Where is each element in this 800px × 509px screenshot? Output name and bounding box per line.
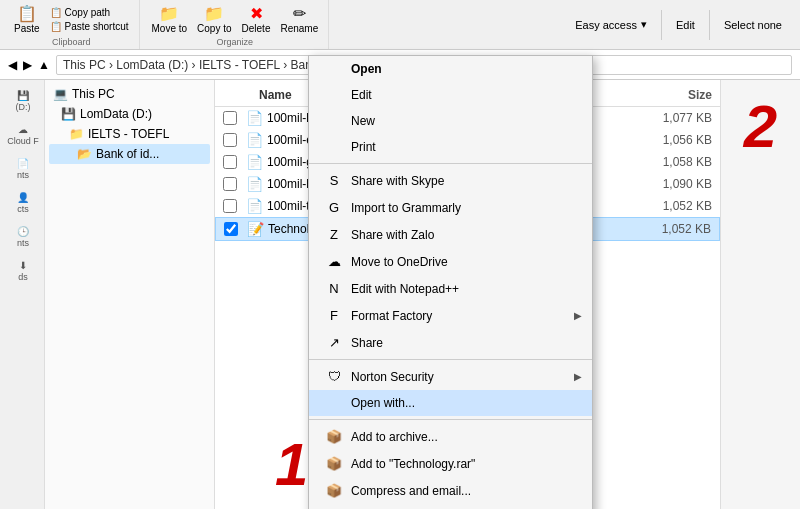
sidebar-item-lomdata[interactable]: 💾 LomData (D:) [49, 104, 210, 124]
ctx-submenu-arrow-icon: ▶ [574, 310, 582, 321]
file-checkbox[interactable] [223, 177, 237, 191]
file-checkbox[interactable] [223, 155, 237, 169]
paste-icon: 📋 [17, 4, 37, 23]
organize-section: 📁 Move to 📁 Copy to ✖ Delete ✏ Rename Or… [142, 0, 330, 49]
delete-button[interactable]: ✖ Delete [238, 2, 275, 36]
context-menu-item-edit-notepad[interactable]: NEdit with Notepad++ [309, 275, 592, 302]
paste-shortcut-button[interactable]: 📋 Paste shortcut [46, 20, 133, 33]
sidebar-item-thispc[interactable]: 💻 This PC [49, 84, 210, 104]
right-panel: 2 [720, 80, 800, 509]
ctx-item-icon: 🛡 [325, 369, 343, 384]
context-menu-item-share-zalo[interactable]: ZShare with Zalo [309, 221, 592, 248]
ctx-item-label: Open [351, 62, 382, 76]
easy-access-arrow-icon: ▾ [641, 18, 647, 31]
folder-open-icon: 📂 [77, 147, 92, 161]
copy-to-icon: 📁 [204, 4, 224, 23]
ctx-item-icon: S [325, 173, 343, 188]
file-checkbox[interactable] [223, 133, 237, 147]
file-type-icon: 📄 [245, 110, 263, 126]
rename-icon: ✏ [293, 4, 306, 23]
ctx-item-label: Import to Grammarly [351, 201, 461, 215]
organize-label: Organize [217, 37, 254, 47]
ctx-item-label: Print [351, 140, 376, 154]
left-nav: 💾(D:) ☁Cloud F 📄nts 👤cts 🕒nts ⬇ds [0, 80, 45, 509]
sidebar-item-bank[interactable]: 📂 Bank of id... [49, 144, 210, 164]
context-menu-item-compress-rar-email[interactable]: 📦Compress to "Technology.rar" and email [309, 504, 592, 509]
easy-access-button[interactable]: Easy access ▾ [569, 16, 653, 33]
context-menu-item-format-factory[interactable]: FFormat Factory▶ [309, 302, 592, 329]
annotation-1: 1 [275, 430, 308, 499]
paste-button[interactable]: 📋 Paste [10, 2, 44, 36]
select-none-button[interactable]: Select none [718, 17, 788, 33]
file-type-icon: 📄 [245, 176, 263, 192]
paste-shortcut-icon: 📋 [50, 21, 62, 32]
nav-item-docs[interactable]: 📄nts [0, 152, 44, 186]
ctx-item-icon: 📦 [325, 483, 343, 498]
nav-item-cloud[interactable]: ☁Cloud F [0, 118, 44, 152]
move-to-button[interactable]: 📁 Move to [148, 2, 192, 36]
forward-icon[interactable]: ▶ [23, 58, 32, 72]
file-size-label: 1,077 KB [632, 111, 712, 125]
context-menu-item-edit[interactable]: Edit [309, 82, 592, 108]
folder-icon: 📁 [69, 127, 84, 141]
context-menu-item-norton[interactable]: 🛡Norton Security▶ [309, 363, 592, 390]
ctx-item-icon: N [325, 281, 343, 296]
paste-section: 📋 Paste 📋 Copy path 📋 Paste shortcut Cli… [4, 0, 140, 49]
file-checkbox[interactable] [223, 199, 237, 213]
context-menu-separator [309, 163, 592, 164]
ctx-item-icon: F [325, 308, 343, 323]
sidebar: 💻 This PC 💾 LomData (D:) 📁 IELTS - TOEFL… [45, 80, 215, 509]
edit-button[interactable]: Edit [670, 17, 701, 33]
nav-item-recent[interactable]: 🕒nts [0, 220, 44, 254]
nav-item-contacts[interactable]: 👤cts [0, 186, 44, 220]
ctx-item-label: Add to archive... [351, 430, 438, 444]
ctx-item-label: Norton Security [351, 370, 434, 384]
context-menu-separator [309, 419, 592, 420]
context-menu-item-move-onedrive[interactable]: ☁Move to OneDrive [309, 248, 592, 275]
context-menu-item-share-skype[interactable]: SShare with Skype [309, 167, 592, 194]
ctx-item-icon: 📦 [325, 429, 343, 444]
sidebar-item-ielts[interactable]: 📁 IELTS - TOEFL [49, 124, 210, 144]
toolbar: 📋 Paste 📋 Copy path 📋 Paste shortcut Cli… [0, 0, 800, 50]
file-size-label: 1,056 KB [632, 133, 712, 147]
ctx-item-label: Share [351, 336, 383, 350]
edit-label: Edit [676, 19, 695, 31]
ctx-item-label: Share with Zalo [351, 228, 434, 242]
up-icon[interactable]: ▲ [38, 58, 50, 72]
back-icon[interactable]: ◀ [8, 58, 17, 72]
context-menu-item-add-rar[interactable]: 📦Add to "Technology.rar" [309, 450, 592, 477]
copy-path-icon: 📋 [50, 7, 62, 18]
file-type-icon: 📄 [245, 198, 263, 214]
context-menu-item-new[interactable]: New [309, 108, 592, 134]
file-size-label: 1,058 KB [632, 155, 712, 169]
context-menu-item-share[interactable]: ↗Share [309, 329, 592, 356]
context-menu-separator [309, 359, 592, 360]
context-menu-item-open[interactable]: Open [309, 56, 592, 82]
file-size-label: 1,052 KB [632, 199, 712, 213]
drive-icon: 💾 [61, 107, 76, 121]
ctx-item-icon: ☁ [325, 254, 343, 269]
ctx-item-label: Compress and email... [351, 484, 471, 498]
file-type-icon: 📄 [245, 132, 263, 148]
ctx-item-label: New [351, 114, 375, 128]
rename-button[interactable]: ✏ Rename [276, 2, 322, 36]
ctx-item-label: Add to "Technology.rar" [351, 457, 475, 471]
ctx-item-icon: Z [325, 227, 343, 242]
context-menu-item-compress-email[interactable]: 📦Compress and email... [309, 477, 592, 504]
nav-item-drive[interactable]: 💾(D:) [0, 84, 44, 118]
context-menu-item-open-with[interactable]: Open with... [309, 390, 592, 416]
copy-path-button[interactable]: 📋 Copy path [46, 6, 133, 19]
nav-item-downloads[interactable]: ⬇ds [0, 254, 44, 288]
copy-to-button[interactable]: 📁 Copy to [193, 2, 235, 36]
context-menu-item-import-grammarly[interactable]: GImport to Grammarly [309, 194, 592, 221]
file-checkbox[interactable] [224, 222, 238, 236]
ctx-item-label: Share with Skype [351, 174, 444, 188]
delete-icon: ✖ [250, 4, 263, 23]
context-menu-item-print[interactable]: Print [309, 134, 592, 160]
annotation-2: 2 [744, 92, 777, 161]
ctx-item-label: Format Factory [351, 309, 432, 323]
computer-icon: 💻 [53, 87, 68, 101]
context-menu-item-add-archive[interactable]: 📦Add to archive... [309, 423, 592, 450]
file-checkbox[interactable] [223, 111, 237, 125]
ctx-item-label: Move to OneDrive [351, 255, 448, 269]
